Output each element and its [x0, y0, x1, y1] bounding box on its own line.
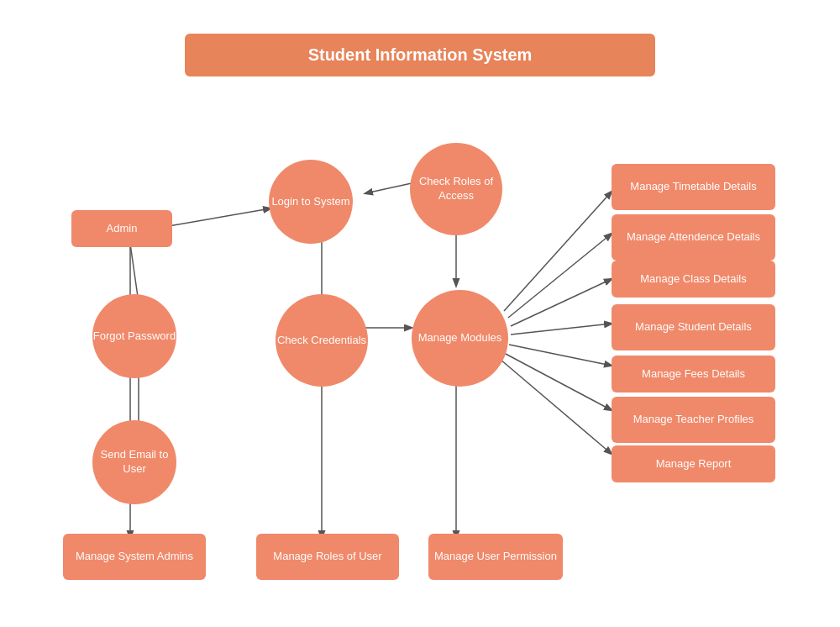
check-credentials-node: Check Credentials: [276, 294, 368, 387]
svg-line-15: [501, 360, 612, 454]
svg-line-11: [511, 279, 612, 326]
manage-roles-user-node: Manage Roles of User: [256, 534, 399, 580]
manage-modules-node: Manage Modules: [412, 290, 508, 387]
check-roles-node: Check Roles of Access: [410, 143, 502, 235]
manage-fees-node: Manage Fees Details: [612, 356, 775, 393]
manage-report-node: Manage Report: [612, 445, 775, 482]
svg-line-16: [365, 183, 412, 193]
login-node: Login to System: [269, 160, 353, 244]
manage-user-permission-node: Manage User Permission: [428, 534, 563, 580]
send-email-node: Send Email to User: [92, 420, 176, 504]
forgot-password-node: Forgot Password: [92, 294, 176, 378]
manage-timetable-node: Manage Timetable Details: [612, 164, 775, 210]
diagram-container: Student Information System Admin Login t…: [0, 0, 840, 627]
svg-line-0: [164, 208, 270, 227]
manage-system-admins-node: Manage System Admins: [63, 534, 206, 580]
svg-line-9: [504, 192, 612, 311]
admin-node: Admin: [71, 210, 172, 247]
manage-student-node: Manage Student Details: [612, 304, 775, 350]
manage-teacher-node: Manage Teacher Profiles: [612, 397, 775, 443]
svg-line-14: [504, 353, 612, 410]
svg-line-12: [511, 324, 612, 335]
title: Student Information System: [185, 34, 655, 76]
manage-class-node: Manage Class Details: [612, 261, 775, 298]
manage-attendence-node: Manage Attendence Details: [612, 214, 775, 261]
svg-line-10: [508, 234, 612, 318]
svg-line-13: [509, 345, 612, 366]
